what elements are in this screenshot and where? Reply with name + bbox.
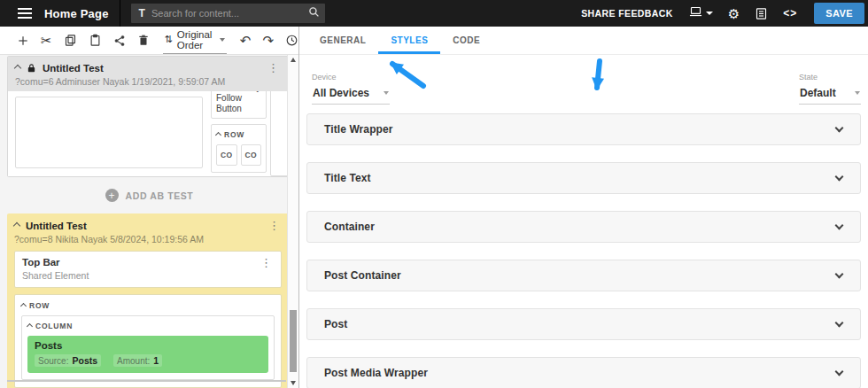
copy-icon[interactable] bbox=[64, 34, 77, 47]
tab-styles[interactable]: STYLES bbox=[378, 27, 440, 54]
top-bar-element[interactable]: Top Bar Shared Element ⋮ bbox=[14, 251, 282, 288]
chevron-down-icon bbox=[706, 12, 713, 15]
row-element[interactable]: ROW COLUMN Posts Source: Posts bbox=[14, 294, 282, 388]
collapse-chevron-icon[interactable] bbox=[215, 131, 221, 137]
redo-icon[interactable]: ↷ bbox=[262, 34, 274, 47]
search-input[interactable] bbox=[151, 8, 308, 19]
ab-test-1-header[interactable]: Untitled Test ⋮ ?comu=6 Adminuser Nayak … bbox=[8, 57, 288, 91]
search-bar[interactable]: T bbox=[131, 4, 325, 23]
community-follow-button-element[interactable]: Community Follow Button bbox=[211, 91, 267, 119]
chevron-down-icon bbox=[835, 270, 844, 279]
posts-amount: Amount: 1 bbox=[113, 354, 162, 367]
hamburger-menu-icon[interactable] bbox=[18, 12, 32, 14]
tab-general[interactable]: GENERAL bbox=[307, 27, 378, 54]
row-element[interactable]: ROW CO CO bbox=[211, 124, 267, 173]
collapse-chevron-icon[interactable] bbox=[14, 64, 21, 71]
accordion-title-wrapper[interactable]: Title Wrapper bbox=[306, 113, 861, 145]
section-divider bbox=[7, 380, 286, 382]
ab-test-meta: ?comu=8 Nikita Nayak 5/8/2024, 10:19:56 … bbox=[14, 234, 282, 244]
history-clock-icon[interactable] bbox=[285, 34, 298, 47]
lock-icon bbox=[27, 63, 36, 74]
add-ab-test-button[interactable]: + ADD AB TEST bbox=[0, 177, 298, 213]
share-icon[interactable] bbox=[113, 35, 126, 47]
accordion-title-text[interactable]: Title Text bbox=[306, 162, 861, 194]
app-window: Home Page T SHARE FEEDBACK ⚙ bbox=[0, 0, 868, 388]
chevron-down-icon bbox=[835, 319, 844, 328]
styles-panel: Device All Devices State Default Title W… bbox=[299, 55, 868, 388]
save-button[interactable]: SAVE bbox=[814, 3, 864, 24]
chevron-down-icon bbox=[384, 91, 389, 95]
editor-tabs: GENERAL STYLES CODE bbox=[299, 27, 868, 55]
posts-title: Posts bbox=[35, 340, 261, 351]
device-label: Device bbox=[312, 73, 390, 81]
accordion-container[interactable]: Container bbox=[306, 211, 861, 243]
ab-test-section-1: Untitled Test ⋮ ?comu=6 Adminuser Nayak … bbox=[7, 56, 289, 177]
add-circle-icon: + bbox=[105, 189, 119, 202]
ab-test-2-header[interactable]: Untitled Test ⋮ ?comu=8 Nikita Nayak 5/8… bbox=[14, 220, 282, 244]
posts-element[interactable]: Posts Source: Posts Amount: 1 bbox=[27, 336, 268, 373]
chevron-down-icon bbox=[835, 173, 844, 182]
ab-test-title: Untitled Test bbox=[26, 221, 87, 231]
scrollbar-thumb[interactable] bbox=[290, 310, 297, 372]
code-icon[interactable]: <> bbox=[783, 7, 797, 19]
collapse-chevron-icon[interactable] bbox=[20, 302, 27, 308]
posts-source: Source: Posts bbox=[35, 354, 101, 367]
device-value: All Devices bbox=[313, 87, 369, 99]
device-select[interactable]: Device All Devices bbox=[312, 73, 390, 105]
row-label: ROW bbox=[224, 130, 244, 139]
cut-scissors-icon[interactable]: ✂ bbox=[41, 34, 52, 47]
share-feedback-button[interactable]: SHARE FEEDBACK bbox=[581, 8, 673, 19]
ab-test-1-body: Community Follow Button ROW CO CO bbox=[8, 91, 288, 176]
sort-arrows-icon: ⇅ bbox=[165, 34, 173, 45]
collapse-chevron-icon[interactable] bbox=[13, 221, 20, 229]
accordion-post[interactable]: Post bbox=[306, 308, 861, 340]
scrollbar-down-arrow[interactable] bbox=[291, 381, 296, 385]
header-divider bbox=[120, 0, 120, 27]
column-chip[interactable]: CO bbox=[216, 144, 237, 166]
ab-test-meta: ?comu=6 Adminuser Nayak 1/19/2021, 9:59:… bbox=[15, 76, 281, 87]
clipped-element-box bbox=[270, 91, 288, 176]
ab-test-title: Untitled Test bbox=[43, 63, 104, 74]
panel-divider bbox=[298, 27, 299, 388]
style-accordions: Title Wrapper Title Text Container Post … bbox=[299, 105, 868, 388]
column-element[interactable]: COLUMN Posts Source: Posts Amount: 1 bbox=[21, 315, 275, 380]
column-chip[interactable]: CO bbox=[241, 144, 262, 166]
collapse-chevron-icon[interactable] bbox=[27, 322, 33, 329]
delete-trash-icon[interactable] bbox=[137, 34, 150, 47]
empty-element-box[interactable] bbox=[15, 97, 203, 168]
state-value: Default bbox=[800, 87, 836, 99]
settings-gear-icon[interactable]: ⚙ bbox=[728, 7, 740, 20]
accordion-post-media-wrapper[interactable]: Post Media Wrapper bbox=[306, 357, 861, 388]
top-bar-subtitle: Shared Element bbox=[22, 270, 89, 281]
kebab-menu-icon[interactable]: ⋮ bbox=[259, 257, 274, 281]
notes-log-icon[interactable] bbox=[755, 7, 768, 20]
sort-order-dropdown[interactable]: ⇅ Original Order bbox=[163, 27, 227, 54]
element-column: Community Follow Button ROW CO CO bbox=[211, 91, 267, 173]
top-header: Home Page T SHARE FEEDBACK ⚙ bbox=[0, 0, 868, 27]
undo-icon[interactable]: ↶ bbox=[240, 34, 252, 47]
outline-scrollbar[interactable] bbox=[287, 55, 298, 388]
paste-clipboard-icon[interactable] bbox=[89, 34, 102, 47]
chevron-down-icon bbox=[835, 221, 844, 230]
content-type-icon: T bbox=[139, 7, 145, 19]
chevron-down-icon bbox=[835, 368, 844, 376]
column-label: COLUMN bbox=[35, 322, 73, 330]
tab-code[interactable]: CODE bbox=[440, 27, 492, 54]
sort-order-value: Original Order bbox=[177, 29, 215, 50]
ab-test-section-2: Untitled Test ⋮ ?comu=8 Nikita Nayak 5/8… bbox=[7, 213, 289, 388]
kebab-menu-icon[interactable]: ⋮ bbox=[267, 220, 282, 231]
accordion-post-container[interactable]: Post Container bbox=[306, 260, 861, 291]
device-preview-dropdown[interactable] bbox=[688, 5, 713, 22]
chevron-down-icon bbox=[835, 124, 844, 133]
state-select[interactable]: State Default bbox=[799, 73, 861, 105]
add-icon[interactable] bbox=[17, 35, 29, 47]
content-outline-panel: Untitled Test ⋮ ?comu=6 Adminuser Nayak … bbox=[0, 55, 298, 388]
laptop-icon bbox=[688, 5, 703, 22]
scrollbar-up-arrow[interactable] bbox=[291, 58, 296, 62]
search-icon[interactable] bbox=[308, 5, 320, 21]
kebab-menu-icon[interactable]: ⋮ bbox=[266, 62, 281, 74]
row-label: ROW bbox=[29, 301, 50, 310]
outline-toolbar: ✂ ⇅ Original Order bbox=[0, 27, 298, 55]
page-title: Home Page bbox=[44, 7, 109, 20]
chevron-down-icon bbox=[855, 91, 860, 95]
